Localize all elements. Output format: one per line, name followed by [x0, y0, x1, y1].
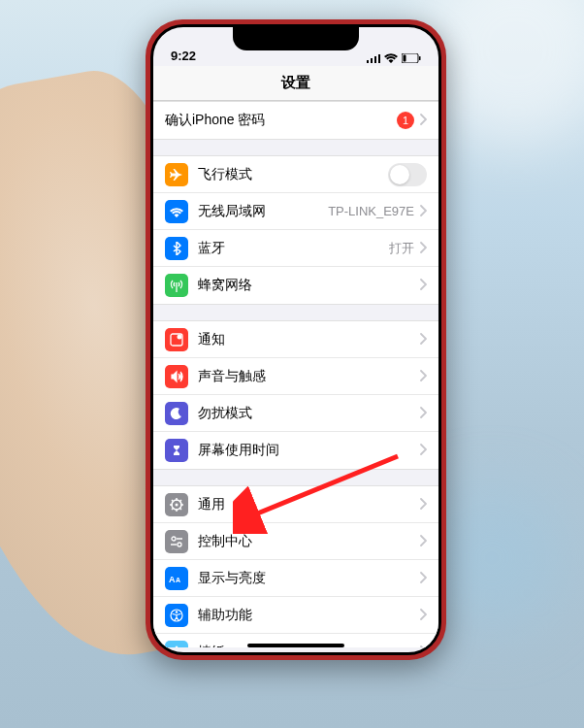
row-label: 无线局域网 — [198, 203, 328, 220]
svg-point-11 — [172, 537, 176, 541]
AA-icon: AA — [165, 567, 188, 590]
row-accessibility[interactable]: 辅助功能 — [153, 597, 438, 634]
notch — [233, 27, 359, 50]
wifi-icon — [165, 200, 188, 223]
row-dnd[interactable]: 勿扰模式 — [153, 395, 438, 432]
status-time: 9:22 — [171, 49, 196, 63]
chevron-right-icon — [420, 240, 427, 257]
row-screentime[interactable]: 屏幕使用时间 — [153, 432, 438, 469]
toggle-switch[interactable] — [388, 163, 427, 186]
chevron-right-icon — [420, 277, 427, 294]
row-label: 辅助功能 — [198, 607, 420, 624]
svg-point-10 — [176, 503, 178, 506]
row-label: 通知 — [198, 331, 420, 348]
row-label: 通用 — [198, 496, 420, 513]
phone-screen: 9:22 设置 — [153, 27, 438, 652]
svg-rect-5 — [419, 56, 421, 60]
accessibility-icon — [165, 604, 188, 627]
row-display[interactable]: AA 显示与亮度 — [153, 560, 438, 597]
moon-icon — [165, 402, 188, 425]
notify-icon — [165, 328, 188, 351]
settings-group-0: 确认iPhone 密码 1 — [153, 101, 438, 140]
phone-frame: 9:22 设置 — [146, 19, 446, 660]
row-detail: TP-LINK_E97E — [328, 204, 414, 218]
row-label: 控制中心 — [198, 533, 420, 550]
flower-icon — [165, 641, 188, 648]
hourglass-icon — [165, 439, 188, 462]
svg-point-13 — [178, 543, 181, 546]
row-airplane-mode[interactable]: 飞行模式 — [153, 156, 438, 193]
settings-group-1: 飞行模式 无线局域网 TP-LINK_E97E 蓝牙 打开 — [153, 155, 438, 305]
chevron-right-icon — [420, 203, 427, 220]
row-label: 飞行模式 — [198, 166, 388, 183]
settings-group-2: 通知 声音与触感 勿扰模式 屏幕使用时间 — [153, 320, 438, 470]
row-label: 确认iPhone 密码 — [165, 112, 397, 129]
chevron-right-icon — [420, 570, 427, 587]
svg-rect-1 — [371, 58, 373, 63]
row-label: 勿扰模式 — [198, 405, 420, 422]
settings-list[interactable]: 确认iPhone 密码 1 飞行模式 无线局域网 TP-LINK_E97E — [153, 101, 438, 647]
chevron-right-icon — [420, 644, 427, 648]
gear-icon — [165, 493, 188, 516]
signal-icon — [367, 53, 380, 63]
row-control-center[interactable]: 控制中心 — [153, 523, 438, 560]
chevron-right-icon — [420, 442, 427, 459]
svg-point-8 — [178, 334, 182, 339]
row-general[interactable]: 通用 — [153, 486, 438, 523]
bluetooth-icon — [165, 237, 188, 260]
chevron-right-icon — [420, 533, 427, 550]
row-notifications[interactable]: 通知 — [153, 321, 438, 358]
switches-icon — [165, 530, 188, 553]
row-wifi[interactable]: 无线局域网 TP-LINK_E97E — [153, 193, 438, 230]
svg-rect-2 — [374, 56, 376, 63]
chevron-right-icon — [420, 607, 427, 624]
row-cellular[interactable]: 蜂窝网络 — [153, 267, 438, 304]
svg-text:A: A — [176, 577, 180, 583]
row-bluetooth[interactable]: 蓝牙 打开 — [153, 230, 438, 267]
chevron-right-icon — [420, 112, 427, 129]
chevron-right-icon — [420, 331, 427, 348]
plane-icon — [165, 163, 188, 186]
svg-rect-3 — [378, 54, 380, 63]
chevron-right-icon — [420, 496, 427, 513]
page-title: 设置 — [281, 74, 310, 92]
battery-icon — [402, 53, 421, 63]
home-indicator[interactable] — [247, 644, 344, 647]
speaker-icon — [165, 365, 188, 388]
settings-group-3: 通用 控制中心 AA 显示与亮度 辅助功能 — [153, 485, 438, 647]
svg-rect-0 — [367, 60, 369, 63]
row-detail: 打开 — [389, 240, 414, 257]
svg-point-18 — [176, 611, 178, 612]
chevron-right-icon — [420, 368, 427, 385]
wifi-icon — [384, 53, 398, 63]
row-label: 屏幕使用时间 — [198, 442, 420, 459]
row-passcode-confirm[interactable]: 确认iPhone 密码 1 — [153, 102, 438, 139]
page-header: 设置 — [153, 66, 438, 101]
row-sounds[interactable]: 声音与触感 — [153, 358, 438, 395]
svg-rect-6 — [404, 55, 406, 62]
chevron-right-icon — [420, 405, 427, 422]
row-label: 显示与亮度 — [198, 570, 420, 587]
row-label: 蜂窝网络 — [198, 277, 420, 294]
svg-text:A: A — [169, 575, 176, 584]
svg-point-20 — [176, 645, 178, 647]
row-label: 蓝牙 — [198, 240, 389, 257]
row-label: 声音与触感 — [198, 368, 420, 385]
badge-icon: 1 — [397, 112, 414, 129]
antenna-icon — [165, 274, 188, 297]
